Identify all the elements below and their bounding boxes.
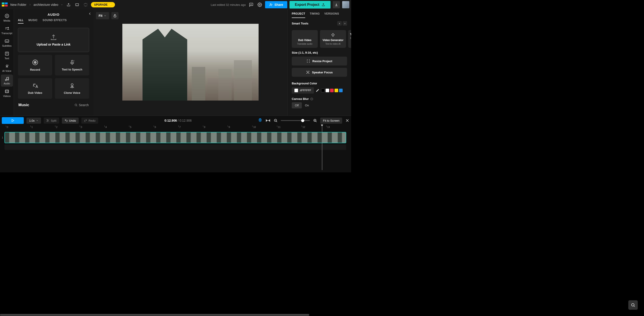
smart-card-dub[interactable]: Dub Video Translate audio	[292, 30, 318, 48]
mic-sparkle-icon	[69, 59, 75, 66]
comment-icon[interactable]	[248, 2, 254, 8]
size-heading: Size (1:1, 9:16, etc)	[292, 51, 318, 54]
export-project-button[interactable]: Export Project	[290, 1, 330, 9]
ruler-tick: :5	[130, 126, 131, 128]
video-preview[interactable]	[122, 24, 258, 101]
settings-gear-icon[interactable]	[256, 2, 263, 8]
preset-white[interactable]	[326, 89, 329, 92]
info-icon[interactable]	[310, 97, 313, 101]
prop-tab-timing[interactable]: TIMING	[310, 12, 320, 18]
svg-line-58	[316, 121, 316, 122]
blur-section: Canvas Blur	[288, 96, 351, 101]
resize-icon	[306, 59, 310, 63]
breadcrumb: New Folder architecture video	[10, 3, 63, 7]
nav-ai-voice[interactable]: AI Voice	[1, 62, 13, 74]
nav-subtitles[interactable]: Subtitles	[1, 37, 13, 49]
upgrade-button[interactable]: UPGRADE ✨	[91, 2, 115, 8]
app-logo[interactable]	[2, 3, 8, 7]
preset-red[interactable]	[330, 89, 334, 92]
speed-button[interactable]: 1.0x	[26, 118, 41, 124]
smart-prev-button[interactable]: ‹	[337, 21, 342, 26]
play-button[interactable]	[2, 117, 24, 124]
undo-button[interactable]: Undo	[62, 118, 79, 124]
canvas-area: Fit	[93, 10, 288, 116]
blur-off[interactable]: Off	[292, 102, 302, 108]
magnet-icon[interactable]	[258, 118, 262, 123]
side-tab-all[interactable]: ALL	[18, 19, 24, 24]
smart-card-video-gen[interactable]: Video Generator Text to video AI	[320, 30, 346, 48]
preset-blue[interactable]	[339, 89, 342, 92]
svg-point-5	[259, 4, 260, 6]
nav-audio[interactable]: Audio	[1, 75, 13, 87]
zoom-in-icon[interactable]	[313, 118, 317, 122]
ruler-tick: :8	[204, 126, 205, 128]
person-plus-icon	[269, 3, 273, 7]
zoom-thumb[interactable]	[301, 119, 304, 122]
zoom-out-icon[interactable]	[274, 118, 278, 122]
svg-point-38	[332, 34, 334, 36]
card-record[interactable]: Record	[18, 55, 52, 75]
music-search[interactable]: Search	[74, 103, 89, 107]
topbar-left: New Folder architecture video UPGRADE ✨	[2, 2, 115, 8]
timeline-controls: 1.0x Split Undo Redo 0:12.906 / 0:12.906…	[0, 116, 351, 125]
snap-icon[interactable]	[266, 118, 270, 123]
user-avatar[interactable]	[342, 1, 349, 8]
empty-track[interactable]	[4, 144, 346, 150]
lock-button[interactable]	[111, 12, 118, 19]
blur-on[interactable]: On	[302, 102, 312, 108]
download-button[interactable]	[333, 1, 340, 8]
sparkle-icon[interactable]	[82, 2, 89, 8]
prop-tab-project[interactable]: PROJECT	[292, 12, 305, 18]
nav-videos[interactable]: Videos	[1, 87, 13, 99]
unlock-icon	[113, 14, 117, 18]
upload-label: Upload or Paste a Link	[37, 43, 70, 46]
zoom-slider[interactable]	[281, 120, 310, 121]
resize-project-button[interactable]: Resize Project	[292, 57, 347, 66]
color-row: #FFFFFF	[288, 85, 351, 96]
side-tab-sound-effects[interactable]: SOUND EFFECTS	[42, 19, 67, 24]
chevron-right-icon	[29, 3, 31, 6]
collapse-panel-button[interactable]	[88, 12, 92, 16]
preset-yellow[interactable]	[334, 89, 338, 92]
nav-media[interactable]: Media	[1, 12, 13, 24]
smart-card-partial[interactable]: T E	[348, 30, 351, 48]
share-arrow-icon[interactable]	[66, 2, 72, 8]
card-tts[interactable]: Text to Speech	[55, 55, 89, 75]
ruler-tick: :12	[302, 126, 305, 128]
ruler-tick: :2	[56, 126, 57, 128]
nav-transcript[interactable]: Transcript	[1, 24, 13, 36]
ruler-tick: :10	[253, 126, 256, 128]
fit-to-screen-button[interactable]: Fit to Screen	[320, 118, 342, 124]
scissors-icon	[46, 119, 50, 122]
card-clone-voice[interactable]: Clone Voice	[55, 78, 89, 99]
split-button[interactable]: Split	[44, 118, 59, 124]
close-timeline-icon[interactable]	[345, 118, 349, 122]
video-clip[interactable]	[4, 132, 346, 143]
blur-toggle: Off On	[288, 101, 351, 110]
fit-dropdown[interactable]: Fit	[96, 12, 109, 19]
preset-black[interactable]	[321, 89, 325, 92]
smart-next-button[interactable]: ›	[342, 21, 347, 26]
color-input[interactable]: #FFFFFF	[292, 87, 314, 94]
share-button[interactable]: Share	[265, 1, 287, 8]
record-icon	[32, 59, 38, 66]
ruler-tick: :4	[105, 126, 107, 128]
nav-text[interactable]: Text	[1, 49, 13, 62]
breadcrumb-project[interactable]: architecture video	[34, 3, 58, 7]
timecodes: 0:12.906 / 0:12.906	[101, 119, 255, 122]
svg-line-26	[6, 77, 8, 78]
search-icon	[74, 103, 78, 107]
redo-button[interactable]: Redo	[81, 118, 98, 124]
breadcrumb-folder[interactable]: New Folder	[10, 3, 26, 7]
timeline-ruler[interactable]: :0:1:2:3:4:5:6:7:8:9:10:11:12:13	[5, 125, 351, 130]
upload-box[interactable]: Upload or Paste a Link	[18, 28, 89, 52]
share-label: Share	[274, 3, 283, 7]
card-dub-video[interactable]: Dub Video	[18, 78, 52, 99]
svg-marker-47	[12, 119, 14, 122]
speaker-focus-button[interactable]: Speaker Focus	[292, 68, 347, 77]
chevron-down-icon[interactable]	[60, 3, 63, 6]
caption-icon[interactable]	[74, 2, 80, 8]
eyedropper-icon[interactable]	[316, 89, 319, 92]
prop-tab-versions[interactable]: VERSIONS	[324, 12, 339, 18]
side-tab-music[interactable]: MUSIC	[28, 19, 38, 24]
